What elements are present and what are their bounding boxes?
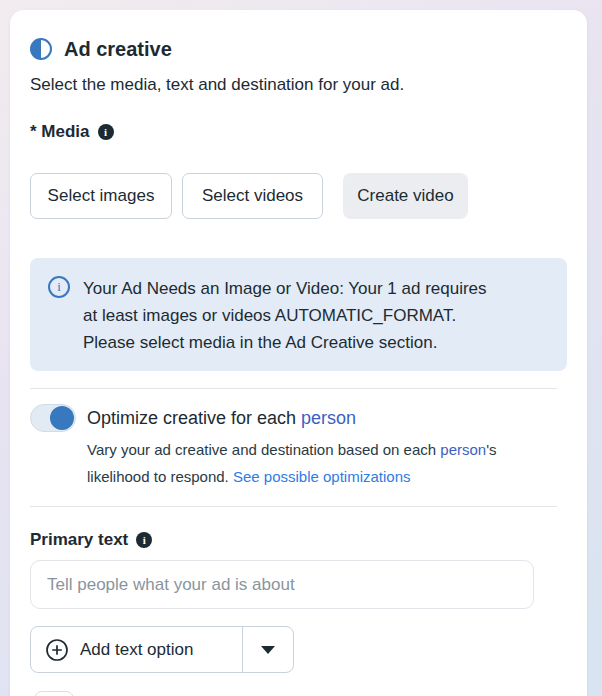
caret-down-icon — [261, 646, 275, 654]
section-subtitle: Select the media, text and destination f… — [30, 75, 567, 95]
media-buttons-row: Select images Select videos Create video — [30, 173, 567, 219]
warning-line: at least images or videos AUTOMATIC_FORM… — [83, 302, 487, 329]
primary-text-input[interactable] — [30, 560, 534, 609]
info-icon[interactable]: i — [98, 124, 114, 140]
section-header: Ad creative — [30, 37, 567, 61]
media-warning-banner: i Your Ad Needs an Image or Video: Your … — [30, 258, 567, 371]
person-link[interactable]: person — [440, 441, 486, 458]
divider — [30, 388, 557, 389]
partial-element[interactable] — [34, 691, 74, 696]
optimize-label-text: Optimize creative for each — [87, 408, 301, 428]
optimize-description-line: Vary your ad creative and destination ba… — [87, 436, 497, 463]
warning-line: Please select media in the Ad Creative s… — [83, 329, 487, 356]
add-text-option-button[interactable]: Add text option — [31, 627, 242, 672]
divider — [30, 506, 557, 507]
add-text-option-dropdown-button[interactable] — [242, 627, 293, 672]
toggle-knob-icon — [50, 406, 74, 430]
select-videos-button[interactable]: Select videos — [182, 173, 323, 219]
description-text: 's — [486, 441, 496, 458]
warning-text: Your Ad Needs an Image or Video: Your 1 … — [83, 275, 487, 356]
optimize-description-line: likelihood to respond. See possible opti… — [87, 463, 497, 490]
info-icon[interactable]: i — [136, 532, 152, 548]
primary-text-label-text: Primary text — [30, 529, 128, 551]
add-text-option-split-button: Add text option — [30, 626, 294, 673]
see-optimizations-link[interactable]: See possible optimizations — [233, 468, 411, 485]
info-circle-icon: i — [48, 276, 70, 298]
section-title: Ad creative — [64, 37, 172, 61]
half-circle-icon — [30, 38, 52, 60]
optimize-description: Vary your ad creative and destination ba… — [87, 436, 497, 490]
create-video-button[interactable]: Create video — [343, 173, 468, 219]
description-text: likelihood to respond. — [87, 468, 233, 485]
optimize-toggle[interactable] — [30, 404, 76, 432]
plus-circle-icon — [45, 638, 69, 662]
add-text-option-label: Add text option — [80, 640, 193, 660]
ad-creative-card: Ad creative Select the media, text and d… — [10, 10, 587, 696]
warning-line: Your Ad Needs an Image or Video: Your 1 … — [83, 275, 487, 302]
description-text: Vary your ad creative and destination ba… — [87, 441, 440, 458]
media-label: * Media i — [30, 121, 567, 143]
primary-text-label: Primary text i — [30, 529, 567, 551]
optimize-creative-row: Optimize creative for each person Vary y… — [30, 404, 567, 490]
select-images-button[interactable]: Select images — [30, 173, 172, 219]
optimize-label: Optimize creative for each person — [87, 404, 497, 430]
person-link[interactable]: person — [301, 408, 356, 428]
media-label-text: * Media — [30, 121, 90, 143]
optimize-text-column: Optimize creative for each person Vary y… — [87, 404, 497, 490]
